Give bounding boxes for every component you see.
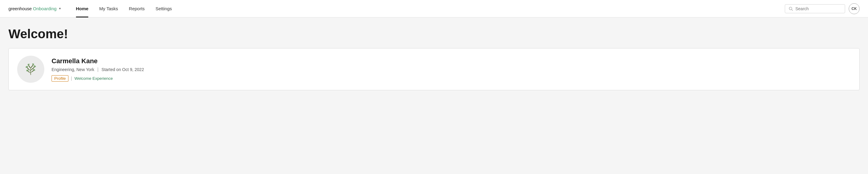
employee-links: Profile | Welcome Experience [52,75,144,81]
search-input[interactable] [795,6,841,11]
navbar: greenhouse Onboarding ▾ Home My Tasks Re… [0,0,868,18]
welcome-heading: Welcome! [8,27,860,41]
employee-avatar [17,56,44,83]
search-icon [789,7,793,11]
logo-greenhouse-text: greenhouse [8,6,32,11]
nav-my-tasks[interactable]: My Tasks [94,0,123,18]
logo-onboarding-text: Onboarding [33,6,56,11]
nav-home[interactable]: Home [70,0,94,18]
chevron-down-icon: ▾ [59,7,61,10]
link-separator: | [71,76,72,81]
employee-name: Carmella Kane [52,57,144,65]
main-content: Welcome! [0,18,868,99]
employee-info: Carmella Kane Engineering, New York | St… [52,57,144,81]
employee-department: Engineering, New York [52,67,94,72]
nav-right: CK [785,3,860,14]
employee-meta: Engineering, New York | Started on Oct 9… [52,67,144,72]
nav-links: Home My Tasks Reports Settings [70,0,178,18]
nav-reports[interactable]: Reports [124,0,150,18]
welcome-experience-link[interactable]: Welcome Experience [74,76,113,81]
employee-start-date: Started on Oct 9, 2022 [101,67,144,72]
nav-settings[interactable]: Settings [150,0,177,18]
logo[interactable]: greenhouse Onboarding ▾ [8,6,61,11]
profile-link[interactable]: Profile [52,75,68,81]
user-avatar[interactable]: CK [849,3,860,14]
search-box[interactable] [785,4,845,13]
employee-card: Carmella Kane Engineering, New York | St… [8,48,860,90]
svg-line-1 [792,9,793,10]
plant-icon [22,60,40,78]
meta-separator: | [97,67,98,72]
